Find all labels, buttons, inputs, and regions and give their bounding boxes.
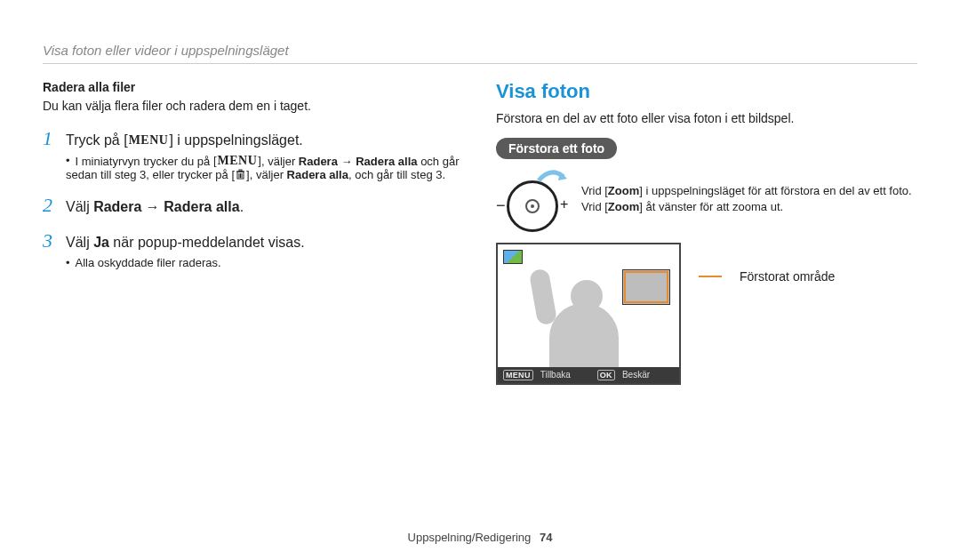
z2-post: ] åt vänster för att zooma ut. — [639, 200, 783, 213]
s2-pre: Välj — [66, 199, 93, 214]
callout-label: Förstorat område — [740, 269, 835, 284]
bar-label-back: Tillbaka — [540, 370, 571, 380]
preview-area: MENU Tillbaka OK Beskär Förstorat område — [496, 243, 917, 385]
left-column: Radera alla filer Du kan välja flera fil… — [43, 80, 464, 385]
n1-arrow: → — [338, 154, 356, 167]
s3-pre: Välj — [66, 235, 93, 250]
step-2: 2 Välj Radera → Radera alla. — [43, 194, 464, 217]
s2-b2: Radera alla — [164, 199, 239, 214]
svg-rect-2 — [239, 170, 242, 172]
trash-icon — [231, 168, 249, 181]
zoom-dial-icon: − + — [496, 172, 569, 227]
page-header: Visa foton eller videor i uppspelningslä… — [43, 43, 917, 58]
inset-overview — [622, 269, 670, 305]
step-3: 3 Välj Ja när popup-meddelandet visas. — [43, 229, 464, 252]
z1-post: ] i uppspelningsläget för att förstora e… — [639, 184, 911, 197]
zoom-row: − + Vrid [Zoom] i uppspelningsläget för … — [496, 172, 917, 227]
z1-pre: Vrid [ — [581, 184, 608, 197]
z2-b: Zoom — [608, 200, 639, 213]
step1-post: i uppspelningsläget. — [173, 132, 303, 148]
menu-icon: MENU — [124, 132, 173, 148]
minus-icon: − — [496, 196, 506, 215]
s2-b1: Radera — [93, 199, 141, 214]
n1-post2: , väljer — [250, 168, 287, 181]
zoom-text: Vrid [Zoom] i uppspelningsläget för att … — [581, 183, 912, 215]
menu-icon: MENU — [213, 154, 261, 168]
header-rule — [43, 63, 917, 64]
section-title: Visa foton — [496, 80, 917, 103]
s3-post: när popup-meddelandet visas. — [109, 235, 305, 250]
subheading: Radera alla filer — [43, 80, 464, 94]
thumbnail-icon — [503, 250, 523, 264]
page-number: 74 — [540, 531, 552, 544]
plus-icon: + — [560, 196, 568, 212]
step-1: 1 Tryck på MENU i uppspelningsläget. — [43, 127, 464, 150]
n1-b3: Radera alla — [287, 168, 348, 181]
intro-text: Du kan välja flera filer och radera dem … — [43, 98, 464, 115]
screen-bottom-bar: MENU Tillbaka OK Beskär — [498, 367, 679, 383]
ok-key-icon: OK — [597, 370, 615, 380]
section-intro: Förstora en del av ett foto eller visa f… — [496, 110, 917, 127]
rotate-arrow-icon — [535, 168, 567, 186]
callout-leader-line — [699, 276, 722, 277]
step1-pre: Tryck på — [66, 132, 124, 148]
page-footer: Uppspelning/Redigering 74 — [0, 531, 960, 544]
menu-key-icon: MENU — [503, 370, 533, 380]
camera-screen: MENU Tillbaka OK Beskär — [496, 243, 681, 385]
s3-b1: Ja — [93, 235, 109, 250]
n1-pre: I miniatyrvyn trycker du på — [76, 154, 213, 167]
s2-arrow: → — [141, 199, 164, 214]
n1-post3: , och går till steg 3. — [348, 168, 445, 181]
step3-note: •Alla oskyddade filer raderas. — [66, 256, 464, 269]
footer-section: Uppspelning/Redigering — [408, 531, 532, 544]
step-number: 2 — [43, 194, 57, 217]
step-number: 1 — [43, 127, 57, 150]
n1-b1: Radera — [299, 154, 338, 167]
s2-post: . — [240, 199, 244, 214]
step1-note: •I miniatyrvyn trycker du på MENU, välje… — [66, 154, 464, 181]
n1-b2: Radera alla — [356, 154, 417, 167]
n1-mid: , väljer — [261, 154, 299, 167]
pill-label: Förstora ett foto — [496, 138, 617, 159]
z2-pre: Vrid [ — [581, 200, 608, 213]
step-number: 3 — [43, 229, 57, 252]
z1-b: Zoom — [608, 184, 639, 197]
bar-label-crop: Beskär — [622, 370, 650, 380]
right-column: Visa foton Förstora en del av ett foto e… — [496, 80, 917, 385]
n3-plain: Alla oskyddade filer raderas. — [76, 256, 221, 269]
